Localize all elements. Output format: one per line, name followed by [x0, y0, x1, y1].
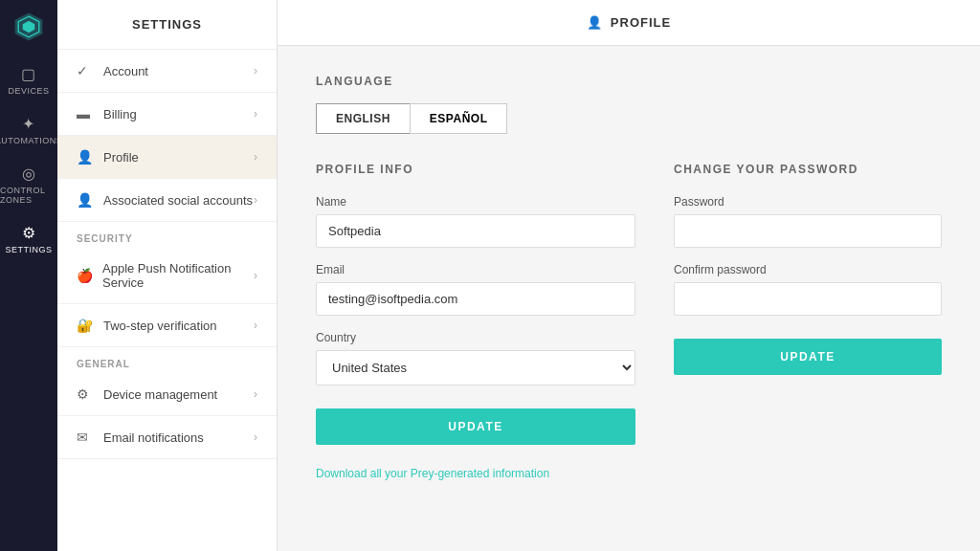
- two-step-icon: 🔐: [77, 318, 94, 333]
- sidebar-item-automations[interactable]: ✦ AUTOMATIONS: [0, 105, 57, 155]
- menu-item-email-notifications[interactable]: ✉ Email notifications ›: [57, 416, 277, 459]
- password-update-button[interactable]: UPDATE: [674, 339, 942, 375]
- menu-item-account[interactable]: ✓ Account ›: [57, 50, 277, 93]
- country-label: Country: [316, 331, 635, 344]
- sidebar-item-settings[interactable]: ⚙ SETTINGS: [0, 214, 57, 264]
- country-select[interactable]: United States Canada United Kingdom Aust…: [316, 350, 635, 386]
- name-input[interactable]: [316, 214, 635, 248]
- change-password-section: CHANGE YOUR PASSWORD Password Confirm pa…: [674, 163, 942, 481]
- menu-item-profile[interactable]: 👤 Profile ›: [57, 136, 277, 179]
- app-logo: [10, 8, 48, 46]
- chevron-right-icon: ›: [254, 107, 257, 121]
- chevron-right-icon: ›: [254, 64, 257, 77]
- settings-icon: ⚙: [22, 224, 36, 242]
- apple-icon: 🍎: [77, 268, 93, 283]
- language-buttons: ENGLISH ESPAÑOL: [316, 103, 942, 134]
- name-label: Name: [316, 195, 635, 209]
- menu-item-label: Email notifications: [103, 430, 204, 445]
- main-body: LANGUAGE ENGLISH ESPAÑOL PROFILE INFO Na…: [278, 46, 980, 551]
- profile-icon: 👤: [77, 149, 94, 165]
- sidebar-item-control-zones[interactable]: ◎ CONTROL ZONES: [0, 155, 57, 214]
- email-icon: ✉: [77, 430, 94, 445]
- profile-info-section: PROFILE INFO Name Email Country United S…: [316, 163, 635, 481]
- menu-item-billing[interactable]: ▬ Billing ›: [57, 93, 277, 136]
- billing-icon: ▬: [77, 106, 94, 121]
- chevron-right-icon: ›: [254, 150, 257, 164]
- menu-item-label: Associated social accounts: [103, 193, 253, 208]
- menu-item-device-management[interactable]: ⚙ Device management ›: [57, 373, 277, 416]
- language-espanol-button[interactable]: ESPAÑOL: [410, 103, 508, 134]
- general-section-label: GENERAL: [57, 347, 277, 373]
- menu-item-label: Device management: [103, 387, 217, 402]
- chevron-right-icon: ›: [254, 387, 257, 401]
- chevron-right-icon: ›: [254, 430, 257, 444]
- profile-update-button[interactable]: UPDATE: [316, 408, 635, 445]
- menu-item-label: Billing: [103, 107, 137, 121]
- settings-panel-header: SETTINGS: [57, 0, 277, 50]
- menu-item-label: Apple Push Notification Service: [102, 261, 254, 290]
- menu-item-label: Account: [103, 64, 148, 78]
- language-english-button[interactable]: ENGLISH: [316, 103, 410, 134]
- language-section: LANGUAGE ENGLISH ESPAÑOL: [316, 75, 942, 134]
- menu-item-label: Two-step verification: [103, 319, 217, 333]
- confirm-password-form-group: Confirm password: [674, 263, 942, 316]
- main-header: 👤 PROFILE: [278, 0, 980, 46]
- sidebar-item-label: SETTINGS: [5, 245, 52, 254]
- language-section-title: LANGUAGE: [316, 75, 942, 88]
- control-zones-icon: ◎: [22, 165, 36, 183]
- profile-info-title: PROFILE INFO: [316, 163, 635, 176]
- password-input[interactable]: [674, 214, 942, 248]
- social-icon: 👤: [77, 192, 94, 208]
- email-form-group: Email: [316, 263, 635, 316]
- chevron-right-icon: ›: [254, 319, 257, 332]
- settings-panel: SETTINGS ✓ Account › ▬ Billing › 👤 Profi…: [57, 0, 278, 551]
- menu-item-associated-social[interactable]: 👤 Associated social accounts ›: [57, 179, 277, 222]
- automations-icon: ✦: [22, 115, 35, 133]
- email-input[interactable]: [316, 282, 635, 316]
- change-password-title: CHANGE YOUR PASSWORD: [674, 163, 942, 176]
- device-mgmt-icon: ⚙: [77, 386, 94, 402]
- download-link[interactable]: Download all your Prey-generated informa…: [316, 467, 549, 480]
- sidebar-item-label: AUTOMATIONS: [0, 136, 62, 145]
- sidebar-item-label: CONTROL ZONES: [0, 186, 57, 205]
- devices-icon: ▢: [21, 65, 36, 83]
- confirm-password-label: Confirm password: [674, 263, 942, 276]
- sidebar-item-label: DEVICES: [8, 86, 49, 96]
- password-form-group: Password: [674, 195, 942, 248]
- menu-item-apple-push[interactable]: 🍎 Apple Push Notification Service ›: [57, 248, 277, 304]
- main-content: 👤 PROFILE LANGUAGE ENGLISH ESPAÑOL PROFI…: [278, 0, 980, 551]
- form-layout: PROFILE INFO Name Email Country United S…: [316, 163, 942, 481]
- country-form-group: Country United States Canada United King…: [316, 331, 635, 386]
- header-title: PROFILE: [611, 15, 671, 30]
- sidebar-item-devices[interactable]: ▢ DEVICES: [0, 55, 57, 105]
- chevron-right-icon: ›: [254, 193, 257, 207]
- email-label: Email: [316, 263, 635, 276]
- menu-item-two-step[interactable]: 🔐 Two-step verification ›: [57, 304, 277, 347]
- menu-item-label: Profile: [103, 150, 139, 165]
- account-icon: ✓: [77, 63, 94, 78]
- header-profile-icon: 👤: [587, 15, 603, 30]
- app-sidebar: ▢ DEVICES ✦ AUTOMATIONS ◎ CONTROL ZONES …: [0, 0, 57, 551]
- password-label: Password: [674, 195, 942, 209]
- chevron-right-icon: ›: [254, 269, 257, 282]
- confirm-password-input[interactable]: [674, 282, 942, 316]
- security-section-label: SECURITY: [57, 222, 277, 248]
- name-form-group: Name: [316, 195, 635, 248]
